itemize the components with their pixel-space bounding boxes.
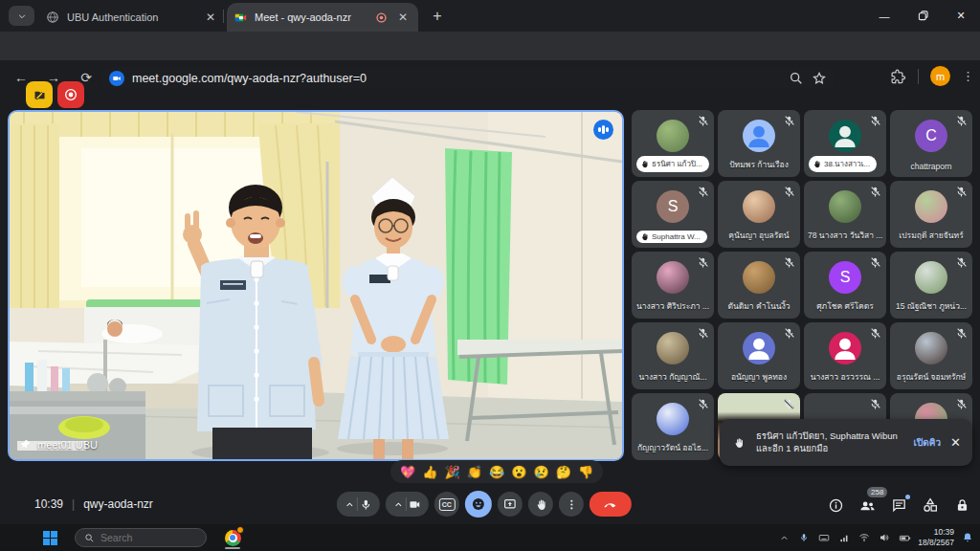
tray-clock[interactable]: 10:39 18/8/2567 — [918, 527, 954, 547]
window-minimize-button[interactable]: — — [865, 0, 903, 32]
windows-logo-icon — [43, 531, 57, 545]
tab-recording-icon — [375, 11, 388, 24]
main-video-tile[interactable]: meet01 UBU — [8, 110, 624, 461]
start-button[interactable] — [38, 526, 61, 549]
new-tab-button[interactable]: + — [428, 7, 447, 26]
tab-close-button[interactable]: ✕ — [203, 10, 218, 25]
participant-tile[interactable]: อนัญญา พูลทอง — [718, 322, 800, 389]
browser-menu-button[interactable]: ⋮ — [962, 69, 974, 83]
reaction-emoji[interactable]: 🤔 — [556, 466, 571, 478]
participant-tile[interactable]: นางสาว กัญญาณั... — [632, 322, 714, 389]
people-button[interactable]: 258 — [857, 495, 878, 516]
participant-tile[interactable]: Cchattraporn — [890, 110, 972, 177]
participant-tile[interactable]: เปรมฤดี สายจันทร์ — [890, 181, 972, 248]
reaction-emoji[interactable]: 👍 — [422, 466, 437, 478]
participant-name: ตันติมา คำโนนงิ้ว — [722, 299, 796, 313]
host-controls-button[interactable] — [951, 495, 972, 516]
participant-tile[interactable]: นางสาว อรวรรณ ... — [804, 322, 886, 389]
smiley-icon — [471, 496, 486, 512]
reaction-emoji[interactable]: 👏 — [467, 466, 482, 478]
tray-chevron-icon[interactable] — [777, 531, 791, 544]
tab-ubu-authentication[interactable]: UBU Authentication ✕ — [38, 4, 226, 31]
reaction-emoji[interactable]: 😮 — [511, 466, 526, 478]
participant-tile[interactable]: กัญญาวรัตน์ ออไธ... — [632, 393, 714, 460]
participant-tile[interactable]: อรุณรัตน์ จอมทรักษ์ — [890, 322, 972, 389]
reaction-emoji[interactable]: 😂 — [489, 466, 504, 478]
search-input[interactable] — [100, 532, 187, 543]
participant-tile[interactable]: นางสาว ศิริประภา ... — [632, 252, 714, 319]
address-bar[interactable]: meet.google.com/qwy-aoda-nzr?authuser=0 — [100, 67, 836, 89]
participant-tile[interactable]: 78 นางสาว วันวิสา ... — [804, 181, 886, 248]
participant-tile[interactable]: SSuphattra W... — [632, 181, 714, 248]
chevron-down-icon — [17, 11, 27, 21]
tray-mic-icon[interactable] — [797, 531, 811, 544]
tray-wifi-icon[interactable] — [858, 531, 871, 544]
camera-in-use-icon[interactable] — [109, 71, 124, 86]
restore-icon — [918, 11, 928, 21]
tray-battery-icon[interactable] — [898, 531, 911, 544]
tray-keyboard-icon[interactable] — [817, 531, 831, 544]
tray-volume-icon[interactable] — [878, 531, 891, 544]
present-screen-icon — [503, 497, 517, 511]
participants-grid: ธรนิศา แก้วปิ...ปัทมพร ก้านเรือง38.นางสา… — [632, 110, 972, 460]
reaction-emoji[interactable]: 🎉 — [444, 466, 459, 478]
participant-tile[interactable]: ปัทมพร ก้านเรือง — [718, 110, 800, 177]
hospital-room-video — [10, 112, 622, 459]
tray-signal-icon[interactable] — [837, 531, 851, 544]
participant-tile[interactable]: 38.นางสาวเ... — [804, 110, 886, 177]
present-button[interactable] — [498, 492, 523, 517]
mic-muted-icon — [869, 397, 881, 409]
info-button[interactable] — [825, 495, 846, 516]
mic-button[interactable] — [337, 492, 380, 517]
tab-close-button[interactable]: ✕ — [395, 10, 411, 25]
mic-muted-icon — [955, 185, 968, 197]
tab-meet[interactable]: Meet - qwy-aoda-nzr ✕ — [227, 3, 418, 32]
taskbar-search[interactable] — [75, 528, 207, 547]
annotation-overlay-icon[interactable] — [26, 81, 53, 108]
participant-tile[interactable]: ธรนิศา แก้วปิ... — [632, 110, 714, 177]
people-count-badge: 258 — [867, 487, 887, 497]
bookmark-star-icon[interactable] — [812, 71, 827, 86]
reaction-emoji[interactable]: 👎 — [578, 466, 593, 478]
mic-muted-icon — [955, 326, 968, 339]
participant-tile[interactable]: ตันติมา คำโนนงิ้ว — [718, 252, 800, 319]
window-controls: — ✕ — [865, 0, 980, 32]
tab-search-button[interactable] — [9, 6, 34, 26]
mic-muted-icon — [783, 114, 795, 126]
toast-close-button[interactable]: ✕ — [948, 435, 963, 450]
activities-button[interactable] — [920, 495, 941, 516]
chat-button[interactable] — [888, 495, 909, 516]
mic-muted-icon — [697, 397, 709, 409]
participant-name: กัญญาวรัตน์ ออไธ... — [635, 441, 710, 454]
meeting-code: qwy-aoda-nzr — [83, 497, 153, 511]
recording-overlay-icon[interactable] — [57, 81, 84, 108]
mic-muted-icon — [697, 114, 709, 126]
participant-tile[interactable]: Sศุภโชค ศรีโคตร — [804, 252, 886, 319]
extensions-icon[interactable] — [890, 68, 906, 84]
zoom-icon[interactable] — [789, 71, 804, 86]
window-restore-button[interactable] — [903, 0, 942, 32]
url-text[interactable]: meet.google.com/qwy-aoda-nzr?authuser=0 — [132, 72, 781, 85]
raise-hand-button[interactable] — [528, 492, 553, 517]
participant-name-pill: 38.นางสาวเ... — [809, 156, 877, 172]
participant-tile[interactable]: 15 ณัฐณิชา ภูหน่ว... — [890, 252, 972, 319]
window-close-button[interactable]: ✕ — [942, 0, 980, 32]
raise-hand-icon — [534, 498, 546, 511]
end-call-button[interactable] — [590, 492, 632, 517]
captions-button[interactable]: CC — [434, 492, 459, 517]
avatar: S — [829, 261, 861, 294]
notification-bell-icon[interactable] — [961, 531, 974, 544]
profile-avatar[interactable]: m — [930, 66, 950, 86]
open-queue-button[interactable]: เปิดคิว — [914, 435, 942, 450]
taskbar-chrome-button[interactable] — [222, 526, 243, 549]
camera-button[interactable] — [386, 492, 429, 517]
reactions-button[interactable] — [465, 491, 492, 518]
reaction-emoji[interactable]: 😢 — [533, 466, 548, 478]
more-options-button[interactable] — [559, 492, 584, 517]
hand-raised-icon — [640, 232, 649, 241]
avatar — [657, 403, 689, 435]
toolbar-right: m ⋮ — [890, 66, 974, 86]
reaction-emoji[interactable]: 💖 — [400, 466, 415, 478]
participant-tile[interactable]: คุนันญา อุบลรัตน์ — [718, 181, 800, 248]
avatar — [743, 261, 775, 294]
